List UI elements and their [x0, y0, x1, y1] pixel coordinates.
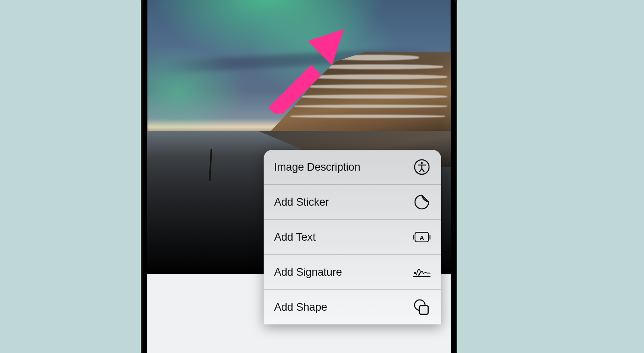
menu-item-add-text[interactable]: Add Text A: [264, 220, 441, 255]
shapes-icon: [413, 298, 431, 316]
device-screen: Image Description Add Sticker: [147, 0, 451, 353]
menu-item-label: Add Sticker: [274, 196, 329, 208]
sticker-icon: [413, 193, 431, 211]
signature-icon: [413, 263, 431, 281]
svg-line-6: [419, 169, 422, 172]
svg-line-7: [422, 169, 424, 172]
menu-item-label: Add Signature: [274, 266, 342, 279]
menu-item-add-shape[interactable]: Add Shape: [264, 290, 441, 324]
markup-add-menu: Image Description Add Sticker: [264, 150, 441, 324]
device-frame: Image Description Add Sticker: [142, 0, 456, 353]
menu-item-label: Add Shape: [274, 301, 327, 314]
menu-item-label: Add Text: [274, 231, 316, 244]
accessibility-icon: [413, 158, 431, 176]
menu-item-image-description[interactable]: Image Description: [264, 150, 441, 185]
svg-rect-14: [419, 306, 428, 314]
menu-item-add-signature[interactable]: Add Signature: [264, 255, 441, 290]
svg-text:A: A: [420, 234, 424, 241]
svg-point-3: [421, 162, 423, 164]
menu-item-add-sticker[interactable]: Add Sticker: [264, 185, 441, 220]
menu-item-label: Image Description: [274, 161, 360, 173]
text-box-icon: A: [413, 228, 431, 246]
